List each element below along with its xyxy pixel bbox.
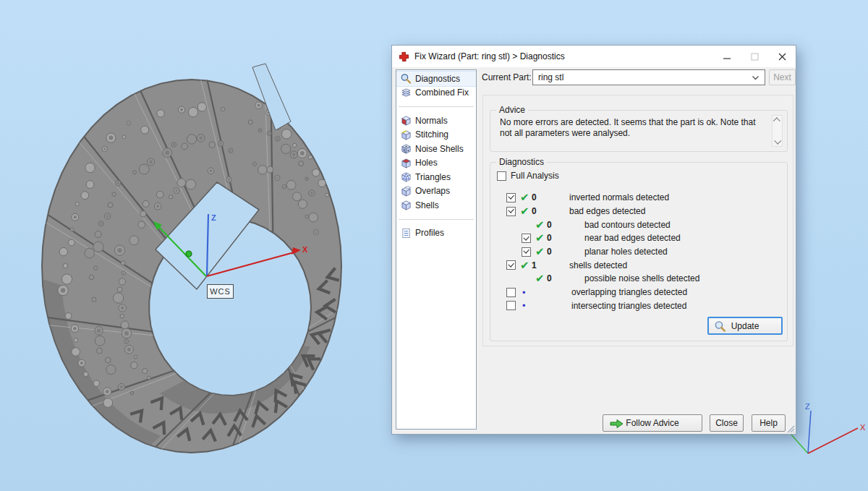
- sidebar-item-normals[interactable]: Normals: [396, 114, 476, 128]
- row-checkbox[interactable]: [522, 247, 531, 257]
- noise-shells-icon: [400, 143, 412, 155]
- row-checkbox[interactable]: [506, 260, 516, 270]
- full-analysis-checkbox[interactable]: [497, 171, 506, 181]
- sidebar-item-shells[interactable]: Shells: [396, 198, 476, 213]
- sidebar-item-label: Normals: [415, 116, 448, 126]
- maximize-button: [741, 46, 768, 67]
- advice-groupbox: Advice No more errors are detected. It s…: [490, 110, 788, 152]
- row-label: inverted normals detected: [569, 192, 669, 202]
- overlaps-icon: [400, 185, 412, 197]
- update-button-label: Update: [731, 321, 760, 331]
- row-count: 0: [530, 206, 569, 216]
- diagnostics-list: ✔0inverted normals detected✔0bad edges d…: [492, 191, 786, 312]
- not-analysed-dot-icon: •: [520, 301, 532, 310]
- resize-grip[interactable]: [786, 424, 795, 433]
- diagnostic-row: ✔0possible noise shells detected: [492, 272, 786, 286]
- diagnostic-row: ✔1shells detected: [492, 258, 786, 272]
- ring-model[interactable]: [42, 64, 341, 453]
- diagnostic-row: ✔0bad contours detected: [492, 218, 786, 231]
- close-icon: [778, 53, 786, 61]
- sidebar-separator: [399, 106, 474, 107]
- triangles-icon: [400, 171, 412, 183]
- check-ok-icon: ✔: [520, 260, 530, 270]
- current-part-label: Current Part:: [482, 72, 532, 82]
- sidebar-item-triangles[interactable]: Triangles: [396, 170, 476, 184]
- minimize-icon: [723, 53, 731, 61]
- sidebar-item-label: Shells: [415, 200, 439, 210]
- y-axis-handle[interactable]: [186, 251, 192, 257]
- row-label: near bad edges detected: [584, 233, 681, 243]
- fix-wizard-cross-icon: [399, 51, 410, 62]
- sidebar-item-label: Profiles: [415, 228, 444, 238]
- row-count: 1: [530, 260, 569, 270]
- dialog-title: Fix Wizard (Part: ring stl) > Diagnostic…: [414, 51, 565, 61]
- help-button[interactable]: Help: [752, 414, 786, 432]
- close-button[interactable]: [768, 46, 796, 67]
- application-window: Z X Z X WCS Fix Wizard (Part: ring stl) …: [0, 0, 868, 491]
- wizard-sidebar: DiagnosticsCombined FixNormalsStitchingN…: [396, 69, 477, 430]
- row-label: bad edges detected: [569, 206, 645, 216]
- sidebar-item-label: Stitching: [415, 129, 448, 140]
- check-ok-icon: ✔: [520, 192, 530, 202]
- advice-group-title: Advice: [496, 105, 528, 115]
- check-ok-icon: ✔: [520, 206, 530, 216]
- diagnostics-groupbox: Diagnostics Full Analysis ✔0inverted nor…: [490, 162, 788, 341]
- sidebar-item-stitching[interactable]: Stitching: [396, 128, 476, 142]
- diagnostic-row: •overlapping triangles detected: [492, 286, 786, 299]
- dialog-titlebar[interactable]: Fix Wizard (Part: ring stl) > Diagnostic…: [392, 46, 796, 67]
- update-button[interactable]: Update: [707, 317, 783, 335]
- row-count: 0: [545, 233, 584, 243]
- current-part-value: ring stl: [533, 72, 563, 82]
- sidebar-item-label: Noise Shells: [415, 144, 464, 154]
- follow-advice-label: Follow Advice: [626, 418, 678, 428]
- profiles-icon: [400, 227, 412, 239]
- row-label: intersecting triangles detected: [571, 301, 686, 311]
- advice-scrollbar[interactable]: [772, 115, 783, 147]
- sidebar-item-label: Combined Fix: [415, 87, 469, 98]
- close-button[interactable]: Close: [710, 414, 744, 432]
- check-ok-icon: ✔: [535, 273, 545, 283]
- wcs-label: WCS: [207, 284, 234, 299]
- check-ok-icon: ✔: [535, 220, 545, 230]
- row-count: 0: [545, 273, 584, 283]
- row-count: 0: [545, 220, 584, 230]
- check-ok-icon: ✔: [535, 233, 545, 243]
- sidebar-item-combined-fix[interactable]: Combined Fix: [396, 86, 476, 101]
- current-part-combobox[interactable]: ring stl: [532, 69, 765, 85]
- sidebar-item-label: Holes: [415, 158, 438, 168]
- row-label: bad contours detected: [584, 220, 671, 230]
- row-label: shells detected: [569, 260, 627, 270]
- row-checkbox[interactable]: [506, 207, 516, 216]
- scroll-up-icon[interactable]: [773, 116, 782, 125]
- diagnostic-row: •intersecting triangles detected: [492, 299, 786, 313]
- sidebar-item-label: Triangles: [415, 172, 451, 182]
- row-label: overlapping triangles detected: [571, 287, 687, 297]
- minimize-button[interactable]: [713, 46, 741, 67]
- advice-text: No more errors are detected. It seems th…: [500, 117, 762, 139]
- not-analysed-dot-icon: •: [520, 288, 532, 297]
- sidebar-item-profiles[interactable]: Profiles: [396, 226, 476, 241]
- diagnostic-row: ✔0inverted normals detected: [492, 191, 786, 205]
- maximize-icon: [751, 53, 759, 61]
- combined-fix-icon: [400, 87, 412, 98]
- row-checkbox[interactable]: [506, 193, 516, 202]
- green-arrow-icon: [610, 419, 624, 429]
- holes-icon: [400, 157, 412, 168]
- row-checkbox[interactable]: [506, 301, 516, 310]
- sidebar-item-diagnostics[interactable]: Diagnostics: [396, 72, 476, 86]
- scroll-down-icon[interactable]: [773, 137, 782, 146]
- full-analysis-row: Full Analysis: [497, 171, 559, 181]
- sidebar-item-holes[interactable]: Holes: [396, 156, 476, 171]
- check-ok-icon: ✔: [535, 247, 545, 257]
- row-checkbox[interactable]: [522, 234, 531, 243]
- content-panel: Advice No more errors are detected. It s…: [482, 95, 793, 346]
- stitching-icon: [400, 129, 412, 140]
- sidebar-item-overlaps[interactable]: Overlaps: [396, 184, 476, 199]
- diagnostic-row: ✔0planar holes detected: [492, 245, 786, 259]
- full-analysis-label: Full Analysis: [511, 171, 559, 181]
- row-count: 0: [545, 247, 584, 257]
- row-checkbox[interactable]: [506, 288, 516, 297]
- follow-advice-button[interactable]: Follow Advice: [603, 414, 702, 432]
- sidebar-item-noise-shells[interactable]: Noise Shells: [396, 142, 476, 156]
- next-button: Next: [769, 69, 796, 85]
